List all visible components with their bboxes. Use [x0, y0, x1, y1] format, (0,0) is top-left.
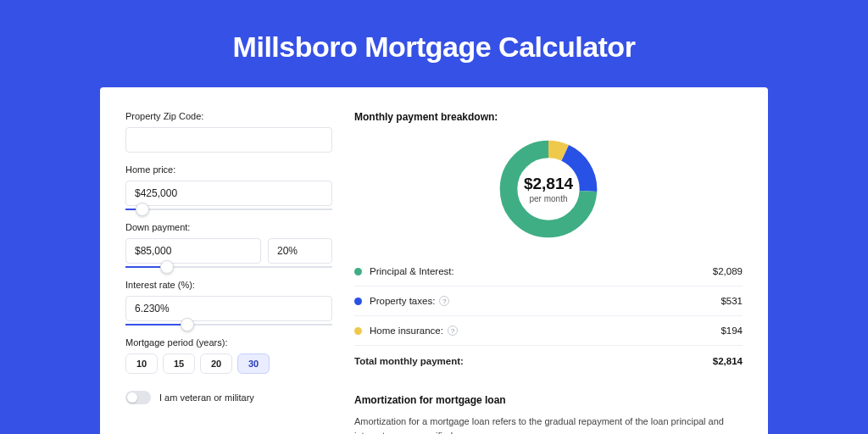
- legend-taxes-label: Property taxes: ?: [370, 296, 721, 306]
- price-slider[interactable]: [125, 209, 332, 210]
- amortization-title: Amortization for mortgage loan: [354, 394, 743, 406]
- price-input[interactable]: [125, 181, 332, 206]
- donut-wrap: $2,814 per month: [354, 136, 743, 242]
- legend-total-label: Total monthly payment:: [354, 356, 713, 366]
- veteran-toggle-knob: [127, 392, 137, 403]
- veteran-toggle[interactable]: [125, 391, 151, 404]
- zip-input[interactable]: [125, 127, 332, 153]
- veteran-group: I am veteran or military: [125, 391, 332, 404]
- donut-center: $2,814 per month: [496, 136, 601, 242]
- dot-icon: [354, 327, 362, 335]
- calculator-card: Property Zip Code: Home price: Down paym…: [100, 87, 768, 434]
- rate-slider-thumb[interactable]: [181, 318, 194, 331]
- price-slider-thumb[interactable]: [136, 203, 149, 216]
- page-title: Millsboro Mortgage Calculator: [0, 31, 868, 64]
- info-icon[interactable]: ?: [439, 296, 449, 306]
- dot-icon: [354, 298, 362, 305]
- price-label: Home price:: [125, 164, 332, 175]
- legend-row-taxes: Property taxes: ? $531: [354, 287, 743, 316]
- rate-input[interactable]: [125, 296, 332, 321]
- down-slider[interactable]: [125, 266, 332, 268]
- donut-amount: $2,814: [524, 175, 573, 193]
- inputs-panel: Property Zip Code: Home price: Down paym…: [125, 111, 332, 434]
- veteran-label: I am veteran or military: [159, 392, 254, 403]
- period-label: Mortgage period (years):: [125, 337, 332, 348]
- price-group: Home price:: [125, 164, 332, 210]
- legend-total-value: $2,814: [713, 356, 743, 366]
- breakdown-title: Monthly payment breakdown:: [354, 111, 743, 123]
- page-header: Millsboro Mortgage Calculator: [0, 0, 868, 87]
- legend-row-total: Total monthly payment: $2,814: [354, 346, 743, 376]
- period-btn-30[interactable]: 30: [237, 353, 270, 374]
- info-icon[interactable]: ?: [448, 326, 458, 336]
- legend-taxes-text: Property taxes:: [370, 296, 435, 306]
- down-pct-input[interactable]: [268, 238, 332, 264]
- dot-icon: [354, 268, 362, 275]
- down-amount-input[interactable]: [125, 238, 261, 264]
- legend-row-insurance: Home insurance: ? $194: [354, 316, 743, 346]
- rate-slider[interactable]: [125, 324, 332, 326]
- period-btn-15[interactable]: 15: [163, 353, 195, 374]
- rate-slider-fill: [125, 324, 187, 326]
- breakdown-panel: Monthly payment breakdown: $2,814 per mo…: [354, 111, 743, 434]
- legend-row-pi: Principal & Interest: $2,089: [354, 257, 743, 287]
- legend-insurance-label: Home insurance: ?: [370, 326, 721, 336]
- rate-label: Interest rate (%):: [125, 280, 332, 290]
- rate-group: Interest rate (%):: [125, 280, 332, 326]
- legend-pi-label: Principal & Interest:: [370, 266, 713, 276]
- legend-insurance-value: $194: [721, 326, 743, 336]
- period-buttons: 10 15 20 30: [125, 353, 332, 374]
- donut-label: per month: [529, 194, 567, 203]
- period-btn-10[interactable]: 10: [125, 353, 158, 374]
- down-group: Down payment:: [125, 222, 332, 268]
- period-group: Mortgage period (years): 10 15 20 30: [125, 337, 332, 374]
- down-slider-thumb[interactable]: [160, 260, 174, 274]
- legend-taxes-value: $531: [721, 296, 743, 306]
- zip-label: Property Zip Code:: [125, 111, 332, 121]
- legend-insurance-text: Home insurance:: [370, 326, 443, 336]
- donut-chart: $2,814 per month: [496, 136, 601, 242]
- zip-group: Property Zip Code:: [125, 111, 332, 153]
- amortization-text: Amortization for a mortgage loan refers …: [354, 415, 743, 434]
- down-label: Down payment:: [125, 222, 332, 232]
- period-btn-20[interactable]: 20: [200, 353, 232, 374]
- legend-pi-value: $2,089: [713, 266, 743, 276]
